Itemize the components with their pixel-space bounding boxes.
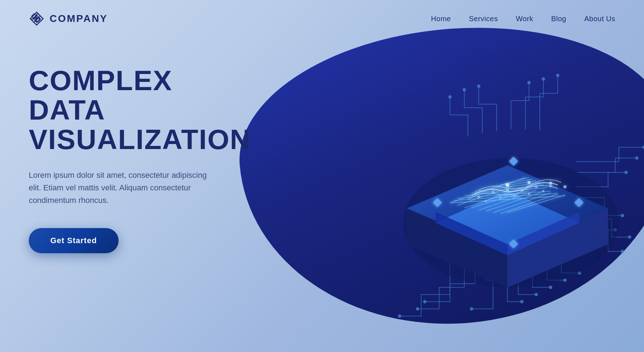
svg-point-69 (528, 193, 530, 195)
svg-point-23 (448, 96, 451, 98)
svg-point-65 (549, 185, 552, 187)
hero-section: COMPLEX DATA VISUALIZATION Lorem ipsum d… (0, 37, 244, 253)
svg-point-26 (528, 81, 530, 84)
svg-point-74 (564, 185, 566, 188)
svg-point-27 (542, 78, 545, 80)
nav-item-services[interactable]: Services (469, 15, 498, 23)
svg-point-12 (535, 293, 538, 296)
svg-point-70 (543, 190, 544, 192)
nav-item-home[interactable]: Home (431, 15, 451, 23)
nav-item-work[interactable]: Work (516, 15, 533, 23)
chip-svg (313, 36, 644, 330)
svg-point-28 (556, 74, 559, 77)
get-started-button[interactable]: Get Started (29, 228, 119, 253)
svg-point-17 (621, 214, 624, 217)
svg-point-19 (628, 236, 631, 238)
nav-item-about[interactable]: About Us (584, 15, 615, 23)
svg-point-7 (398, 315, 401, 318)
svg-point-61 (492, 191, 494, 193)
chip-visualization (313, 36, 644, 330)
company-logo-icon (29, 11, 45, 27)
main-nav: Home Services Work Blog About Us (431, 15, 615, 23)
svg-point-67 (500, 197, 501, 199)
svg-point-16 (625, 171, 627, 174)
svg-point-24 (463, 88, 466, 91)
svg-point-64 (535, 186, 537, 188)
svg-point-9 (423, 300, 426, 303)
svg-point-62 (506, 189, 509, 192)
logo[interactable]: COMPANY (29, 11, 108, 27)
hero-title: COMPLEX DATA VISUALIZATION (29, 66, 216, 154)
svg-point-11 (520, 300, 523, 303)
svg-point-68 (514, 195, 516, 197)
svg-point-25 (477, 85, 480, 88)
svg-point-71 (506, 183, 509, 187)
svg-point-20 (621, 250, 624, 253)
svg-point-13 (549, 286, 552, 289)
logo-text: COMPANY (50, 13, 108, 24)
svg-point-22 (643, 146, 644, 149)
svg-point-14 (564, 279, 566, 282)
svg-point-60 (478, 196, 480, 198)
svg-point-66 (485, 200, 487, 202)
svg-point-73 (549, 182, 552, 185)
svg-point-10 (470, 307, 473, 310)
header: COMPANY Home Services Work Blog About Us (0, 0, 644, 37)
hero-description: Lorem ipsum dolor sit amet, consectetur … (29, 169, 216, 207)
nav-item-blog[interactable]: Blog (551, 15, 566, 23)
svg-point-21 (635, 157, 638, 159)
svg-point-8 (416, 307, 419, 310)
svg-point-72 (528, 181, 530, 184)
svg-point-63 (521, 189, 523, 191)
